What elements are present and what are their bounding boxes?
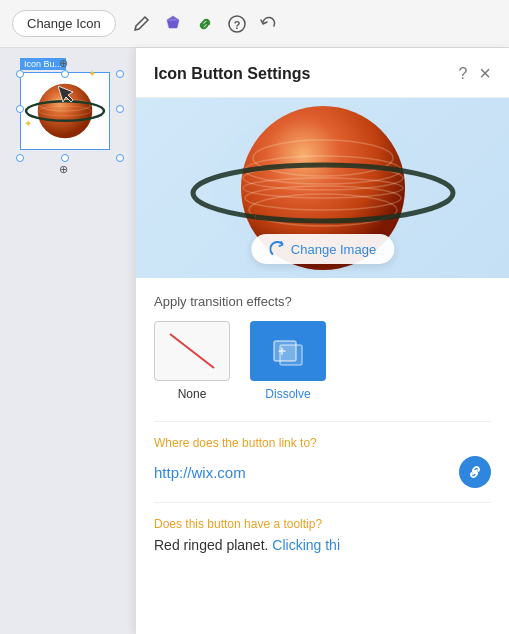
undo-icon[interactable] [258, 13, 280, 35]
tooltip-section: Does this button have a tooltip? Red rin… [154, 502, 491, 553]
svg-rect-19 [280, 345, 302, 365]
change-image-label: Change Image [291, 242, 376, 257]
link-chain-icon [467, 464, 483, 480]
tooltip-text: Red ringed planet. Clicking thi [154, 537, 491, 553]
tooltip-text-static: Red ringed planet. [154, 537, 272, 553]
panel-content: Apply transition effects? None [136, 278, 509, 634]
panel-title: Icon Button Settings [154, 65, 310, 83]
widget-image [20, 72, 110, 150]
transition-dissolve[interactable]: Dissolve [250, 321, 326, 401]
svg-text:?: ? [233, 18, 240, 30]
handle-top-left[interactable] [16, 70, 24, 78]
change-image-button[interactable]: Change Image [251, 234, 394, 264]
transition-none-label: None [178, 387, 207, 401]
none-transition-icon [162, 326, 222, 376]
link-row: http://wix.com [154, 456, 491, 488]
handle-middle-left[interactable] [16, 105, 24, 113]
panel-close-icon[interactable]: × [479, 62, 491, 85]
tooltip-question: Does this button have a tooltip? [154, 517, 491, 531]
transition-none-box[interactable] [154, 321, 230, 381]
panel-header: Icon Button Settings ? × [136, 48, 509, 98]
canvas-area: Icon Bu... [0, 48, 135, 634]
handle-middle-right[interactable] [116, 105, 124, 113]
image-preview: Change Image [136, 98, 509, 278]
link-edit-button[interactable] [459, 456, 491, 488]
panel-header-icons: ? × [458, 62, 491, 85]
handle-top-right[interactable] [116, 70, 124, 78]
transition-none[interactable]: None [154, 321, 230, 401]
help-icon[interactable]: ? [226, 13, 248, 35]
toolbar: Change Icon ? [0, 0, 509, 48]
handle-bottom-left[interactable] [16, 154, 24, 162]
widget-container[interactable]: Icon Bu... [20, 58, 120, 158]
sparkle-icon-2: ✦ [24, 118, 32, 129]
link-question: Where does the button link to? [154, 436, 491, 450]
settings-panel: Icon Button Settings ? × [135, 48, 509, 634]
sparkle-icon: ✦ [88, 68, 96, 79]
change-icon-button[interactable]: Change Icon [12, 10, 116, 37]
dissolve-icon [270, 333, 306, 369]
pen-icon[interactable] [130, 13, 152, 35]
handle-bottom-right[interactable] [116, 154, 124, 162]
transition-options: None Dissolve [154, 321, 491, 401]
diamond-icon[interactable] [162, 13, 184, 35]
panel-help-icon[interactable]: ? [458, 65, 467, 83]
toolbar-icons: ? [130, 13, 280, 35]
transition-dissolve-label: Dissolve [265, 387, 310, 401]
transition-question: Apply transition effects? [154, 294, 491, 309]
handle-top-middle[interactable]: ⊕ [61, 70, 69, 78]
transition-dissolve-box[interactable] [250, 321, 326, 381]
divider-1 [154, 421, 491, 422]
link-url[interactable]: http://wix.com [154, 464, 246, 481]
handle-bottom-middle[interactable]: ⊕ [61, 154, 69, 162]
tooltip-text-highlight: Clicking thi [272, 537, 340, 553]
refresh-icon [269, 241, 285, 257]
svg-line-17 [170, 334, 214, 368]
link-icon[interactable] [194, 13, 216, 35]
link-section: Where does the button link to? http://wi… [154, 436, 491, 488]
